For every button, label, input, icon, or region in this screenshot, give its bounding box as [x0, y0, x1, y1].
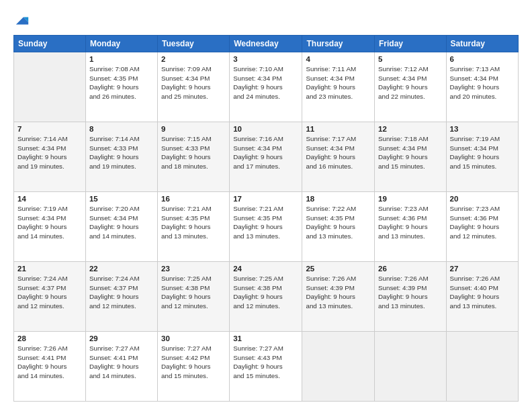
- day-number: 8: [89, 125, 154, 133]
- day-number: 3: [233, 55, 298, 63]
- day-info: Sunrise: 7:12 AM Sunset: 4:34 PM Dayligh…: [378, 64, 443, 101]
- day-info: Sunrise: 7:26 AM Sunset: 4:39 PM Dayligh…: [378, 274, 443, 311]
- calendar-week-row: 14Sunrise: 7:19 AM Sunset: 4:34 PM Dayli…: [14, 192, 519, 262]
- logo-icon: [15, 13, 30, 28]
- calendar-week-row: 28Sunrise: 7:26 AM Sunset: 4:41 PM Dayli…: [14, 332, 519, 402]
- day-number: 15: [89, 195, 154, 203]
- day-number: 16: [161, 195, 226, 203]
- calendar-cell: 27Sunrise: 7:26 AM Sunset: 4:40 PM Dayli…: [446, 262, 518, 332]
- calendar-cell: 12Sunrise: 7:18 AM Sunset: 4:34 PM Dayli…: [375, 122, 447, 192]
- page: SundayMondayTuesdayWednesdayThursdayFrid…: [0, 0, 532, 411]
- calendar-cell: 19Sunrise: 7:23 AM Sunset: 4:36 PM Dayli…: [375, 192, 447, 262]
- day-number: 17: [233, 195, 298, 203]
- day-info: Sunrise: 7:23 AM Sunset: 4:36 PM Dayligh…: [378, 204, 443, 241]
- calendar-table: SundayMondayTuesdayWednesdayThursdayFrid…: [13, 35, 519, 402]
- logo: [13, 15, 30, 28]
- day-info: Sunrise: 7:20 AM Sunset: 4:34 PM Dayligh…: [89, 204, 154, 241]
- calendar-week-row: 7Sunrise: 7:14 AM Sunset: 4:34 PM Daylig…: [14, 122, 519, 192]
- calendar-cell: 18Sunrise: 7:22 AM Sunset: 4:35 PM Dayli…: [302, 192, 375, 262]
- weekday-header-row: SundayMondayTuesdayWednesdayThursdayFrid…: [14, 36, 519, 52]
- calendar-cell: 17Sunrise: 7:21 AM Sunset: 4:35 PM Dayli…: [230, 192, 302, 262]
- calendar-cell: 13Sunrise: 7:19 AM Sunset: 4:34 PM Dayli…: [446, 122, 518, 192]
- day-number: 14: [17, 195, 82, 203]
- day-number: 27: [450, 265, 515, 273]
- calendar-cell: 10Sunrise: 7:16 AM Sunset: 4:34 PM Dayli…: [230, 122, 302, 192]
- day-info: Sunrise: 7:11 AM Sunset: 4:34 PM Dayligh…: [306, 64, 371, 101]
- day-info: Sunrise: 7:09 AM Sunset: 4:34 PM Dayligh…: [161, 64, 226, 101]
- calendar-cell: 3Sunrise: 7:10 AM Sunset: 4:34 PM Daylig…: [230, 52, 302, 122]
- calendar-cell: 31Sunrise: 7:27 AM Sunset: 4:43 PM Dayli…: [230, 332, 302, 402]
- calendar-cell: 9Sunrise: 7:15 AM Sunset: 4:33 PM Daylig…: [158, 122, 230, 192]
- day-info: Sunrise: 7:14 AM Sunset: 4:34 PM Dayligh…: [17, 134, 82, 171]
- calendar-cell: 4Sunrise: 7:11 AM Sunset: 4:34 PM Daylig…: [302, 52, 375, 122]
- day-number: 2: [161, 55, 226, 63]
- calendar-cell: 20Sunrise: 7:23 AM Sunset: 4:36 PM Dayli…: [446, 192, 518, 262]
- day-number: 4: [306, 55, 371, 63]
- weekday-header: Monday: [85, 36, 157, 52]
- day-info: Sunrise: 7:27 AM Sunset: 4:43 PM Dayligh…: [233, 344, 298, 381]
- day-info: Sunrise: 7:17 AM Sunset: 4:34 PM Dayligh…: [306, 134, 371, 171]
- calendar-cell: 16Sunrise: 7:21 AM Sunset: 4:35 PM Dayli…: [158, 192, 230, 262]
- day-info: Sunrise: 7:24 AM Sunset: 4:37 PM Dayligh…: [17, 274, 82, 311]
- day-info: Sunrise: 7:27 AM Sunset: 4:41 PM Dayligh…: [89, 344, 154, 381]
- day-info: Sunrise: 7:25 AM Sunset: 4:38 PM Dayligh…: [161, 274, 226, 311]
- day-number: 18: [306, 195, 371, 203]
- weekday-header: Sunday: [14, 36, 86, 52]
- calendar-cell: 24Sunrise: 7:25 AM Sunset: 4:38 PM Dayli…: [230, 262, 302, 332]
- day-number: 6: [450, 55, 515, 63]
- calendar-week-row: 21Sunrise: 7:24 AM Sunset: 4:37 PM Dayli…: [14, 262, 519, 332]
- day-info: Sunrise: 7:24 AM Sunset: 4:37 PM Dayligh…: [89, 274, 154, 311]
- day-info: Sunrise: 7:22 AM Sunset: 4:35 PM Dayligh…: [306, 204, 371, 241]
- calendar-cell: [302, 332, 375, 402]
- calendar-cell: 26Sunrise: 7:26 AM Sunset: 4:39 PM Dayli…: [375, 262, 447, 332]
- weekday-header: Thursday: [302, 36, 375, 52]
- calendar-cell: 5Sunrise: 7:12 AM Sunset: 4:34 PM Daylig…: [375, 52, 447, 122]
- day-number: 21: [17, 265, 82, 273]
- weekday-header: Tuesday: [158, 36, 230, 52]
- calendar-cell: 30Sunrise: 7:27 AM Sunset: 4:42 PM Dayli…: [158, 332, 230, 402]
- calendar-cell: 2Sunrise: 7:09 AM Sunset: 4:34 PM Daylig…: [158, 52, 230, 122]
- day-number: 7: [17, 125, 82, 133]
- day-info: Sunrise: 7:13 AM Sunset: 4:34 PM Dayligh…: [450, 64, 515, 101]
- calendar-week-row: 1Sunrise: 7:08 AM Sunset: 4:35 PM Daylig…: [14, 52, 519, 122]
- calendar-cell: 6Sunrise: 7:13 AM Sunset: 4:34 PM Daylig…: [446, 52, 518, 122]
- weekday-header: Wednesday: [230, 36, 302, 52]
- day-number: 31: [233, 334, 298, 342]
- day-info: Sunrise: 7:08 AM Sunset: 4:35 PM Dayligh…: [89, 64, 154, 101]
- day-number: 25: [306, 265, 371, 273]
- day-info: Sunrise: 7:18 AM Sunset: 4:34 PM Dayligh…: [378, 134, 443, 171]
- day-info: Sunrise: 7:21 AM Sunset: 4:35 PM Dayligh…: [161, 204, 226, 241]
- calendar-cell: 29Sunrise: 7:27 AM Sunset: 4:41 PM Dayli…: [85, 332, 157, 402]
- header: [13, 12, 519, 28]
- calendar-cell: 1Sunrise: 7:08 AM Sunset: 4:35 PM Daylig…: [85, 52, 157, 122]
- day-info: Sunrise: 7:19 AM Sunset: 4:34 PM Dayligh…: [17, 204, 82, 241]
- day-info: Sunrise: 7:14 AM Sunset: 4:33 PM Dayligh…: [89, 134, 154, 171]
- calendar-cell: 25Sunrise: 7:26 AM Sunset: 4:39 PM Dayli…: [302, 262, 375, 332]
- day-number: 13: [450, 125, 515, 133]
- calendar-cell: [14, 52, 86, 122]
- calendar-cell: 8Sunrise: 7:14 AM Sunset: 4:33 PM Daylig…: [85, 122, 157, 192]
- day-number: 29: [89, 334, 154, 342]
- calendar-cell: 15Sunrise: 7:20 AM Sunset: 4:34 PM Dayli…: [85, 192, 157, 262]
- weekday-header: Friday: [375, 36, 447, 52]
- day-number: 20: [450, 195, 515, 203]
- day-number: 9: [161, 125, 226, 133]
- day-info: Sunrise: 7:19 AM Sunset: 4:34 PM Dayligh…: [450, 134, 515, 171]
- day-number: 19: [378, 195, 443, 203]
- day-number: 1: [89, 55, 154, 63]
- calendar-cell: 22Sunrise: 7:24 AM Sunset: 4:37 PM Dayli…: [85, 262, 157, 332]
- day-info: Sunrise: 7:25 AM Sunset: 4:38 PM Dayligh…: [233, 274, 298, 311]
- day-info: Sunrise: 7:26 AM Sunset: 4:40 PM Dayligh…: [450, 274, 515, 311]
- day-number: 30: [161, 334, 226, 342]
- calendar-cell: 28Sunrise: 7:26 AM Sunset: 4:41 PM Dayli…: [14, 332, 86, 402]
- day-number: 28: [17, 334, 82, 342]
- day-number: 26: [378, 265, 443, 273]
- day-number: 5: [378, 55, 443, 63]
- day-info: Sunrise: 7:16 AM Sunset: 4:34 PM Dayligh…: [233, 134, 298, 171]
- day-info: Sunrise: 7:15 AM Sunset: 4:33 PM Dayligh…: [161, 134, 226, 171]
- day-info: Sunrise: 7:27 AM Sunset: 4:42 PM Dayligh…: [161, 344, 226, 381]
- day-number: 24: [233, 265, 298, 273]
- day-info: Sunrise: 7:26 AM Sunset: 4:41 PM Dayligh…: [17, 344, 82, 381]
- day-info: Sunrise: 7:10 AM Sunset: 4:34 PM Dayligh…: [233, 64, 298, 101]
- day-number: 10: [233, 125, 298, 133]
